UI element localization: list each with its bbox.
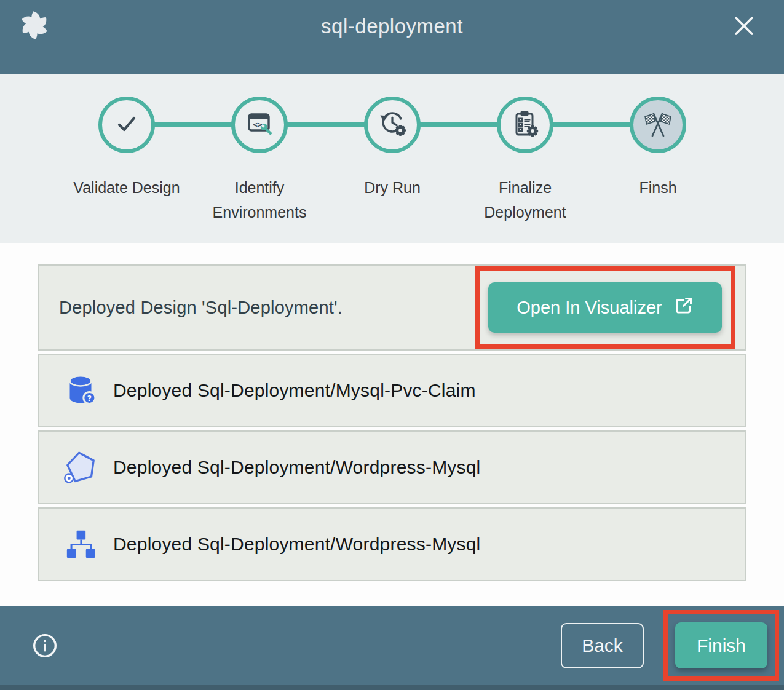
step-finish: Finsh [592, 97, 724, 224]
step-label: Finsh [639, 175, 676, 200]
step-label: Finalize Deployment [459, 175, 592, 224]
persistent-volume-claim-icon: ? [61, 371, 100, 410]
step-circle-validate-design[interactable] [98, 97, 155, 153]
step-validate-design: Validate Design [60, 97, 193, 224]
open-in-visualizer-button[interactable]: Open In Visualizer [488, 282, 722, 333]
deployed-resource-row: Deployed Sql-Deployment/Wordpress-Mysql [38, 430, 746, 504]
svg-text:?: ? [87, 394, 92, 403]
dialog-header: sql-deployment [0, 0, 784, 74]
dialog-bottom-edge [0, 685, 784, 690]
step-identify-environments: <> Identify Environments [193, 97, 326, 224]
step-circle-dry-run[interactable] [364, 97, 421, 153]
step-label: Validate Design [73, 175, 180, 200]
open-in-visualizer-label: Open In Visualizer [517, 298, 662, 318]
service-pentagon-icon [61, 448, 100, 486]
external-link-icon [675, 296, 694, 319]
clipboard-gear-icon [510, 109, 540, 141]
highlight-box-open-in-visualizer: Open In Visualizer [475, 266, 735, 349]
deployed-resource-text: Deployed Sql-Deployment/Wordpress-Mysql [113, 457, 480, 478]
step-circle-finish[interactable] [630, 97, 686, 153]
wizard-stepper: Validate Design <> I [0, 74, 784, 243]
deployed-resource-text: Deployed Sql-Deployment/Wordpress-Mysql [113, 534, 480, 555]
info-icon[interactable] [32, 633, 58, 659]
code-wrench-icon: <> [245, 109, 274, 141]
close-icon[interactable] [731, 14, 757, 39]
deployed-resource-text: Deployed Sql-Deployment/Mysql-Pvc-Claim [113, 380, 476, 401]
history-gear-icon [378, 109, 407, 141]
step-finalize-deployment: Finalize Deployment [459, 97, 592, 224]
step-label: Dry Run [364, 175, 421, 200]
deployment-tree-icon [61, 525, 100, 563]
dialog-title: sql-deployment [0, 15, 784, 38]
highlight-box-finish: Finish [663, 610, 779, 681]
deployment-wizard-dialog: sql-deployment Validate Design [0, 0, 784, 690]
deployed-design-row: Deployed Design 'Sql-Deployment'. Open I… [38, 264, 746, 351]
deployed-design-message: Deployed Design 'Sql-Deployment'. [59, 298, 343, 318]
step-circle-identify-environments[interactable]: <> [231, 97, 288, 153]
check-icon [112, 109, 141, 141]
deployed-resource-row: Deployed Sql-Deployment/Wordpress-Mysql [38, 507, 746, 581]
back-button[interactable]: Back [561, 623, 644, 668]
step-dry-run: Dry Run [326, 97, 459, 224]
checkered-flags-icon [643, 109, 673, 141]
stepper-steps: Validate Design <> I [60, 97, 724, 224]
step-label: Identify Environments [193, 175, 326, 224]
deployment-results-panel: Deployed Design 'Sql-Deployment'. Open I… [38, 264, 746, 581]
results-content: Deployed Design 'Sql-Deployment'. Open I… [0, 243, 784, 606]
dialog-footer: Back Finish [0, 606, 784, 685]
finish-button[interactable]: Finish [675, 622, 767, 668]
step-circle-finalize-deployment[interactable] [497, 97, 553, 153]
deployed-resource-row: ? Deployed Sql-Deployment/Mysql-Pvc-Clai… [38, 354, 746, 427]
